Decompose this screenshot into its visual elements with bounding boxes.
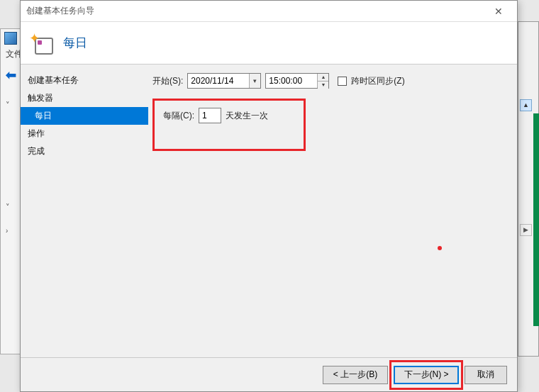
step-finish[interactable]: 完成 — [21, 142, 148, 160]
background-app-icon — [4, 32, 17, 45]
calendar-new-icon: ✦ — [30, 32, 53, 55]
cancel-button[interactable]: 取消 — [465, 366, 507, 384]
step-daily[interactable]: 每日 — [21, 107, 148, 125]
time-spinner[interactable]: ▲ ▼ — [317, 74, 328, 88]
start-time-input[interactable] — [266, 74, 317, 88]
back-button[interactable]: < 上一步(B) — [323, 366, 388, 384]
wizard-header: ✦ 每日 — [21, 22, 517, 65]
tree-chevron-icon: ˅ — [6, 203, 10, 212]
close-button[interactable]: ✕ — [484, 4, 513, 19]
chevron-down-icon[interactable]: ▾ — [249, 74, 260, 88]
start-label: 开始(S): — [152, 75, 183, 87]
background-accent-strip — [533, 113, 539, 326]
step-create-basic-task[interactable]: 创建基本任务 — [21, 72, 148, 89]
scroll-right-icon: ▶ — [520, 224, 532, 236]
spin-down-icon[interactable]: ▼ — [318, 82, 328, 89]
titlebar: 创建基本任务向导 ✕ — [21, 1, 517, 22]
wizard-content: 开始(S): ▾ ▲ ▼ 跨时区同步(Z) — [148, 65, 517, 357]
recur-days-input[interactable] — [199, 108, 221, 123]
start-date-input[interactable] — [188, 74, 249, 88]
start-time-picker[interactable]: ▲ ▼ — [265, 73, 329, 89]
highlight-recurrence-box: 每隔(C): 天发生一次 — [152, 99, 306, 151]
page-title: 每日 — [63, 35, 87, 51]
step-trigger[interactable]: 触发器 — [21, 89, 148, 107]
window-title: 创建基本任务向导 — [26, 5, 94, 17]
back-arrow-icon: ⬅ — [6, 67, 21, 83]
tree-chevron-icon: ˅ — [6, 101, 10, 110]
recur-label: 每隔(C): — [163, 110, 194, 122]
wizard-footer: < 上一步(B) 下一步(N) > 取消 — [21, 357, 517, 391]
sync-timezone-checkbox[interactable] — [338, 77, 347, 86]
annotation-dot — [438, 246, 442, 250]
close-icon: ✕ — [494, 6, 503, 17]
scroll-up-icon: ▲ — [520, 99, 532, 111]
start-date-picker[interactable]: ▾ — [187, 73, 261, 89]
wizard-steps-sidebar: 创建基本任务 触发器 每日 操作 完成 — [21, 65, 148, 357]
tree-caret-icon: › — [6, 227, 8, 235]
next-button[interactable]: 下一步(N) > — [394, 366, 459, 384]
start-row: 开始(S): ▾ ▲ ▼ 跨时区同步(Z) — [152, 73, 506, 89]
sync-timezone-label: 跨时区同步(Z) — [351, 75, 404, 87]
wizard-body: 创建基本任务 触发器 每日 操作 完成 开始(S): ▾ ▲ — [21, 65, 517, 357]
wizard-dialog: 创建基本任务向导 ✕ ✦ 每日 创建基本任务 触发器 每日 操作 完成 开始(S… — [20, 0, 518, 392]
step-action[interactable]: 操作 — [21, 125, 148, 142]
recur-row: 每隔(C): 天发生一次 — [163, 108, 295, 123]
spin-up-icon[interactable]: ▲ — [318, 74, 328, 82]
recur-suffix: 天发生一次 — [226, 110, 268, 122]
